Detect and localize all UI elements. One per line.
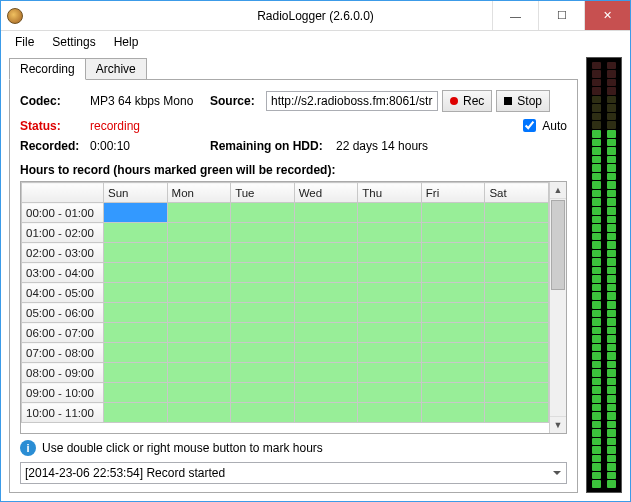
schedule-cell[interactable] bbox=[167, 303, 231, 323]
schedule-title: Hours to record (hours marked green will… bbox=[20, 163, 567, 177]
scroll-up-icon[interactable]: ▲ bbox=[550, 182, 566, 199]
schedule-cell[interactable] bbox=[231, 203, 295, 223]
menu-help[interactable]: Help bbox=[106, 33, 147, 51]
status-label: Status: bbox=[20, 119, 90, 133]
schedule-cell[interactable] bbox=[421, 263, 485, 283]
tab-recording[interactable]: Recording bbox=[9, 58, 86, 80]
schedule-cell[interactable] bbox=[167, 403, 231, 423]
schedule-cell[interactable] bbox=[104, 323, 168, 343]
schedule-cell[interactable] bbox=[358, 363, 422, 383]
schedule-cell[interactable] bbox=[485, 283, 549, 303]
schedule-cell[interactable] bbox=[294, 363, 358, 383]
schedule-cell[interactable] bbox=[167, 283, 231, 303]
schedule-cell[interactable] bbox=[421, 343, 485, 363]
vu-led bbox=[592, 233, 601, 241]
schedule-cell[interactable] bbox=[231, 363, 295, 383]
schedule-cell[interactable] bbox=[167, 383, 231, 403]
schedule-cell[interactable] bbox=[231, 223, 295, 243]
schedule-cell[interactable] bbox=[421, 323, 485, 343]
schedule-cell[interactable] bbox=[421, 243, 485, 263]
menu-settings[interactable]: Settings bbox=[44, 33, 103, 51]
schedule-cell[interactable] bbox=[294, 403, 358, 423]
minimize-button[interactable]: — bbox=[492, 1, 538, 30]
log-dropdown[interactable]: [2014-23-06 22:53:54] Record started bbox=[20, 462, 567, 484]
schedule-cell[interactable] bbox=[358, 203, 422, 223]
schedule-cell[interactable] bbox=[358, 243, 422, 263]
schedule-cell[interactable] bbox=[421, 303, 485, 323]
schedule-cell[interactable] bbox=[104, 383, 168, 403]
schedule-cell[interactable] bbox=[231, 383, 295, 403]
menu-file[interactable]: File bbox=[7, 33, 42, 51]
schedule-cell[interactable] bbox=[231, 263, 295, 283]
schedule-cell[interactable] bbox=[485, 303, 549, 323]
schedule-cell[interactable] bbox=[485, 363, 549, 383]
schedule-cell[interactable] bbox=[358, 283, 422, 303]
schedule-cell[interactable] bbox=[167, 223, 231, 243]
schedule-cell[interactable] bbox=[294, 383, 358, 403]
schedule-cell[interactable] bbox=[231, 243, 295, 263]
schedule-cell[interactable] bbox=[104, 203, 168, 223]
schedule-cell[interactable] bbox=[485, 343, 549, 363]
close-button[interactable]: ✕ bbox=[584, 1, 630, 30]
tab-archive[interactable]: Archive bbox=[85, 58, 147, 80]
schedule-cell[interactable] bbox=[485, 203, 549, 223]
schedule-cell[interactable] bbox=[294, 303, 358, 323]
schedule-cell[interactable] bbox=[358, 323, 422, 343]
schedule-cell[interactable] bbox=[358, 383, 422, 403]
schedule-cell[interactable] bbox=[421, 403, 485, 423]
schedule-cell[interactable] bbox=[421, 383, 485, 403]
schedule-cell[interactable] bbox=[294, 323, 358, 343]
schedule-cell[interactable] bbox=[167, 243, 231, 263]
schedule-cell[interactable] bbox=[294, 243, 358, 263]
schedule-cell[interactable] bbox=[294, 343, 358, 363]
schedule-cell[interactable] bbox=[294, 223, 358, 243]
schedule-cell[interactable] bbox=[104, 343, 168, 363]
schedule-table[interactable]: SunMonTueWedThuFriSat00:00 - 01:0001:00 … bbox=[21, 182, 549, 423]
vu-led bbox=[607, 378, 616, 386]
schedule-cell[interactable] bbox=[358, 263, 422, 283]
schedule-cell[interactable] bbox=[485, 383, 549, 403]
schedule-cell[interactable] bbox=[167, 323, 231, 343]
vu-led bbox=[592, 455, 601, 463]
schedule-scrollbar[interactable]: ▲ ▼ bbox=[549, 182, 566, 433]
schedule-cell[interactable] bbox=[485, 223, 549, 243]
schedule-cell[interactable] bbox=[104, 263, 168, 283]
stop-button[interactable]: Stop bbox=[496, 90, 550, 112]
rec-button[interactable]: Rec bbox=[442, 90, 492, 112]
schedule-cell[interactable] bbox=[421, 223, 485, 243]
schedule-cell[interactable] bbox=[104, 223, 168, 243]
schedule-cell[interactable] bbox=[485, 263, 549, 283]
schedule-cell[interactable] bbox=[231, 323, 295, 343]
source-input[interactable] bbox=[266, 91, 438, 111]
schedule-cell[interactable] bbox=[167, 343, 231, 363]
schedule-cell[interactable] bbox=[294, 203, 358, 223]
scroll-down-icon[interactable]: ▼ bbox=[550, 416, 566, 433]
schedule-cell[interactable] bbox=[485, 403, 549, 423]
schedule-cell[interactable] bbox=[104, 243, 168, 263]
schedule-cell[interactable] bbox=[421, 203, 485, 223]
schedule-cell[interactable] bbox=[167, 263, 231, 283]
schedule-cell[interactable] bbox=[358, 403, 422, 423]
schedule-cell[interactable] bbox=[167, 203, 231, 223]
auto-checkbox[interactable] bbox=[523, 119, 536, 132]
schedule-cell[interactable] bbox=[231, 283, 295, 303]
schedule-cell[interactable] bbox=[231, 403, 295, 423]
schedule-cell[interactable] bbox=[485, 243, 549, 263]
schedule-cell[interactable] bbox=[104, 403, 168, 423]
schedule-cell[interactable] bbox=[104, 363, 168, 383]
schedule-cell[interactable] bbox=[231, 343, 295, 363]
schedule-cell[interactable] bbox=[104, 303, 168, 323]
schedule-cell[interactable] bbox=[167, 363, 231, 383]
scroll-thumb[interactable] bbox=[551, 200, 565, 290]
schedule-cell[interactable] bbox=[294, 283, 358, 303]
schedule-cell[interactable] bbox=[421, 283, 485, 303]
schedule-cell[interactable] bbox=[294, 263, 358, 283]
schedule-cell[interactable] bbox=[421, 363, 485, 383]
schedule-cell[interactable] bbox=[358, 223, 422, 243]
maximize-button[interactable]: ☐ bbox=[538, 1, 584, 30]
schedule-cell[interactable] bbox=[231, 303, 295, 323]
schedule-cell[interactable] bbox=[104, 283, 168, 303]
schedule-cell[interactable] bbox=[358, 303, 422, 323]
schedule-cell[interactable] bbox=[358, 343, 422, 363]
schedule-cell[interactable] bbox=[485, 323, 549, 343]
